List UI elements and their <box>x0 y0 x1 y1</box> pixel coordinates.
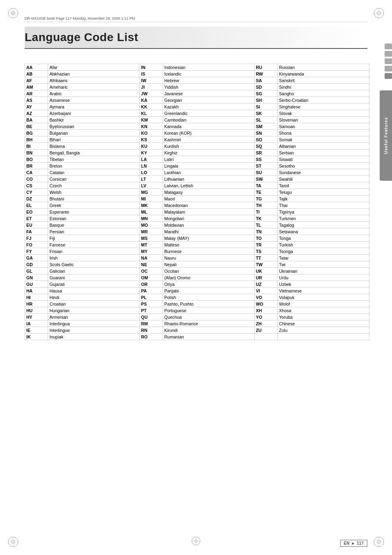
lang-code-col2: MT <box>140 242 163 248</box>
bottom-center-decoration <box>191 536 201 547</box>
lang-code-col1: AA <box>25 64 48 71</box>
lang-code-col1: BN <box>25 150 48 156</box>
lang-code-col1: IA <box>25 320 48 327</box>
lang-code-col2: JI <box>140 84 163 90</box>
lang-name-col2: Lingala <box>163 163 254 169</box>
lang-code-col3: UK <box>254 268 277 274</box>
lang-code-col3: TW <box>254 261 277 268</box>
table-row: IAInterlinguaRMRhaeto-RomanceZHChinese <box>25 320 369 327</box>
lang-code-col3: SM <box>254 123 277 130</box>
lang-name-col2: Oriya <box>163 281 254 288</box>
corner-decoration-bl <box>7 536 19 548</box>
lang-code-col3: TE <box>254 189 277 196</box>
page-title-area: Language Code List <box>25 27 367 49</box>
lang-code-col3: SO <box>254 136 277 143</box>
lang-code-col3: TS <box>254 248 277 255</box>
lang-code-col3: TN <box>254 228 277 235</box>
lang-code-col1: HA <box>25 288 48 294</box>
lang-name-col3: Tamil <box>278 182 369 189</box>
table-row: GLGalicianOCOccitanUKUkrainian <box>25 268 369 274</box>
table-row: BGBulgarianKOKorean (KOR)SNShona <box>25 130 369 136</box>
lang-code-col2: LO <box>140 169 163 176</box>
lang-name-col3: Tsonga <box>278 248 369 255</box>
table-row: FYFrisianMYBurmeseTSTsonga <box>25 248 369 255</box>
lang-name-col3: Sangho <box>278 90 369 97</box>
lang-name-col1: Byelorussian <box>48 123 140 130</box>
useful-features-sidebar: Useful Features <box>380 90 392 181</box>
sidebar-tab-bars <box>383 41 392 81</box>
lang-code-col1: HR <box>25 301 48 307</box>
table-row: BIBislamaKUKurdishSQAlbanian <box>25 143 369 150</box>
lang-code-col2: KS <box>140 136 163 143</box>
lang-code-col2: RO <box>140 334 163 340</box>
lang-name-col1: Corsican <box>48 176 140 182</box>
lang-code-col3: SS <box>254 156 277 163</box>
lang-code-col1: AZ <box>25 110 48 117</box>
lang-name-col1: Gujarati <box>48 281 140 288</box>
page-number-value: 117 <box>357 541 364 546</box>
lang-name-col1: Hausa <box>48 288 140 294</box>
lang-name-col3: Turkmen <box>278 215 369 222</box>
lang-name-col1: Greek <box>48 202 140 209</box>
table-row: BEByelorussianKNKannadaSMSamoan <box>25 123 369 130</box>
lang-name-col1: Tibetan <box>48 156 140 163</box>
lang-code-col3: TH <box>254 202 277 209</box>
lang-name-col3: Tagalog <box>278 222 369 228</box>
lang-name-col3 <box>278 334 369 340</box>
lang-code-col2: PA <box>140 288 163 294</box>
table-row: HYArmenianQUQuechuaYOYoruba <box>25 314 369 320</box>
lang-name-col3: Yoruba <box>278 314 369 320</box>
lang-code-col3: VO <box>254 294 277 301</box>
lang-code-col3: YO <box>254 314 277 320</box>
lang-name-col1: Frisian <box>48 248 140 255</box>
table-row: FOFaroeseMTMalteseTRTurkish <box>25 242 369 248</box>
lang-name-col3: Tonga <box>278 235 369 242</box>
lang-code-col1: HY <box>25 314 48 320</box>
lang-name-col2: Greenlandic <box>163 110 254 117</box>
lang-code-col2: KY <box>140 150 163 156</box>
table-row: GDScots GaelicNENepaliTWTwi <box>25 261 369 268</box>
lang-code-col3: SL <box>254 117 277 123</box>
lang-code-col2: KM <box>140 117 163 123</box>
lang-code-col2: KN <box>140 123 163 130</box>
lang-code-col3: SA <box>254 77 277 84</box>
lang-code-col2: KO <box>140 130 163 136</box>
lang-name-col2: Nepali <box>163 261 254 268</box>
lang-name-col3: Turkish <box>278 242 369 248</box>
lang-code-col3: SD <box>254 84 277 90</box>
lang-code-col2: NA <box>140 255 163 261</box>
lang-code-col3: SI <box>254 104 277 110</box>
lang-name-col3: Serbian <box>278 150 369 156</box>
lang-code-col3: SH <box>254 97 277 104</box>
lang-code-col3: WO <box>254 301 277 307</box>
lang-name-col3: Sundanese <box>278 169 369 176</box>
lang-code-col1: CS <box>25 182 48 189</box>
corner-decoration-br <box>373 536 385 548</box>
table-row: ARArabicJWJavaneseSGSangho <box>25 90 369 97</box>
lang-name-col3: Serbo-Croatian <box>278 97 369 104</box>
lang-name-col1: Irish <box>48 255 140 261</box>
lang-name-col2: Occitan <box>163 268 254 274</box>
lang-name-col2: Georgian <box>163 97 254 104</box>
lang-code-col3: RU <box>254 64 277 71</box>
lang-code-col2: ML <box>140 209 163 215</box>
lang-code-col3: SQ <box>254 143 277 150</box>
lang-name-col2: Latin <box>163 156 254 163</box>
lang-code-col2: NE <box>140 261 163 268</box>
table-row: EUBasqueMOMoldavianTLTagalog <box>25 222 369 228</box>
lang-code-col1: EL <box>25 202 48 209</box>
lang-name-col1: Fiji <box>48 235 140 242</box>
lang-code-col1: EO <box>25 209 48 215</box>
lang-name-col2: Indonesian <box>163 64 254 71</box>
lang-name-col2: Laothian <box>163 169 254 176</box>
table-row: HUHungarianPTPortugueseXHXhosa <box>25 307 369 314</box>
lang-code-col1: BO <box>25 156 48 163</box>
lang-code-col2: MI <box>140 196 163 202</box>
lang-name-col1: Galician <box>48 268 140 274</box>
table-row: BOTibetanLALatinSSSiswati <box>25 156 369 163</box>
lang-name-col1: Aymara <box>48 104 140 110</box>
lang-code-col1: GA <box>25 255 48 261</box>
lang-name-col3: Tajik <box>278 196 369 202</box>
doc-info-bar: DR-MX10SE.book Page 117 Monday, November… <box>25 16 367 22</box>
lang-code-col1: HI <box>25 294 48 301</box>
